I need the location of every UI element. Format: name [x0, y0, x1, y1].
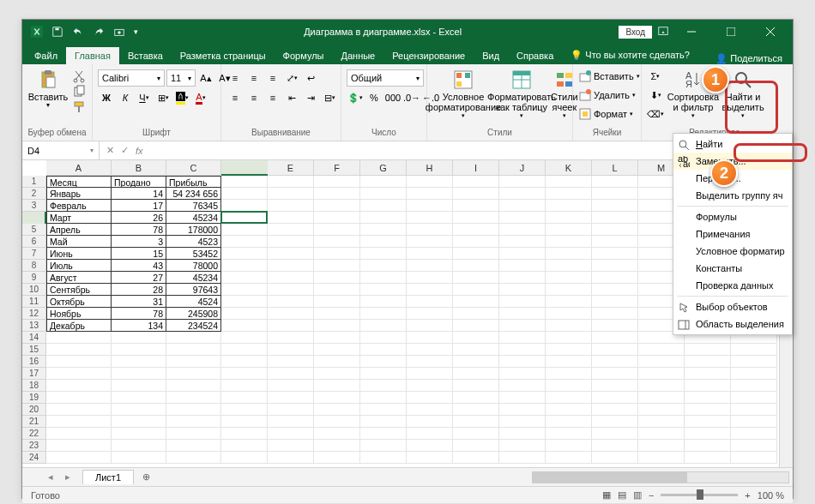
cell[interactable]	[546, 296, 592, 308]
cell[interactable]: Месяц	[46, 176, 112, 188]
cell[interactable]	[314, 176, 360, 188]
cell[interactable]: Август	[46, 272, 112, 284]
cell[interactable]	[499, 200, 546, 212]
cell[interactable]	[268, 296, 314, 308]
cell[interactable]: Прибыль	[166, 176, 221, 188]
cell[interactable]	[499, 332, 546, 344]
font-size-combo[interactable]: 11 ▾	[166, 69, 196, 87]
cell[interactable]	[314, 212, 360, 224]
find-select-button[interactable]: Найти и выделить▾	[721, 66, 765, 123]
row-header[interactable]: 3	[22, 200, 45, 212]
zoom-level[interactable]: 100 %	[758, 490, 784, 501]
cell[interactable]	[112, 380, 166, 392]
cell[interactable]	[731, 368, 777, 380]
cell[interactable]	[685, 344, 731, 356]
tab-help[interactable]: Справка	[508, 47, 562, 64]
font-name-combo[interactable]: Calibri ▾	[98, 69, 165, 87]
save-icon[interactable]	[51, 26, 63, 38]
cell[interactable]	[221, 296, 268, 308]
cell[interactable]	[268, 356, 314, 368]
cell[interactable]	[592, 248, 638, 260]
cell[interactable]	[638, 452, 685, 464]
cell[interactable]	[221, 452, 268, 464]
row-header[interactable]: 2	[22, 188, 45, 200]
bold-button[interactable]: Ж	[98, 89, 115, 106]
cell[interactable]	[453, 356, 499, 368]
cell[interactable]	[407, 296, 453, 308]
cell[interactable]	[46, 332, 112, 344]
align-left-icon[interactable]: ≡	[226, 89, 244, 106]
cell[interactable]	[592, 452, 638, 464]
cell[interactable]	[731, 416, 777, 428]
cell[interactable]	[112, 356, 166, 368]
cell[interactable]	[499, 296, 546, 308]
cell[interactable]	[499, 344, 546, 356]
cell[interactable]	[221, 284, 268, 296]
cell[interactable]: Июль	[46, 260, 112, 272]
cell[interactable]	[407, 392, 453, 404]
cell[interactable]	[453, 224, 499, 236]
cell[interactable]	[221, 272, 268, 284]
cell[interactable]	[453, 260, 499, 272]
cell[interactable]	[360, 320, 407, 332]
cell[interactable]	[360, 428, 407, 440]
border-button[interactable]: ⊞▾	[154, 89, 172, 106]
cell[interactable]	[499, 248, 546, 260]
cell[interactable]	[360, 296, 407, 308]
cell[interactable]	[46, 392, 112, 404]
name-box[interactable]: D4▾	[22, 141, 100, 159]
cell[interactable]	[268, 344, 314, 356]
tab-file[interactable]: Файл	[26, 47, 66, 64]
cell[interactable]	[638, 416, 685, 428]
menu-selection-pane[interactable]: Область выделения	[673, 315, 792, 333]
cell[interactable]	[638, 392, 685, 404]
cell[interactable]	[685, 440, 731, 452]
cell[interactable]	[731, 452, 777, 464]
cell[interactable]: Март	[46, 212, 112, 224]
zoom-out-button[interactable]: −	[649, 490, 654, 501]
cell[interactable]	[112, 332, 166, 344]
sheet-tab[interactable]: Лист1	[82, 470, 134, 484]
cell[interactable]	[453, 200, 499, 212]
cell[interactable]: 245908	[166, 308, 221, 320]
cell[interactable]	[268, 428, 314, 440]
tab-formulas[interactable]: Формулы	[275, 47, 333, 64]
cell[interactable]: 17	[112, 200, 166, 212]
cell[interactable]	[499, 404, 546, 416]
cell[interactable]	[221, 428, 268, 440]
zoom-in-button[interactable]: +	[745, 490, 750, 501]
cell[interactable]	[314, 308, 360, 320]
fx-icon[interactable]: fx	[136, 146, 143, 156]
cell[interactable]	[592, 404, 638, 416]
cell[interactable]	[46, 344, 112, 356]
cell[interactable]	[112, 428, 166, 440]
menu-constants[interactable]: Константы	[673, 260, 792, 277]
cell[interactable]	[221, 440, 268, 452]
row-header[interactable]: 11	[22, 296, 45, 308]
cell[interactable]	[314, 332, 360, 344]
align-bottom-icon[interactable]: ≡	[264, 69, 281, 87]
cell[interactable]	[314, 200, 360, 212]
cell[interactable]: 134	[112, 320, 166, 332]
cell[interactable]	[407, 356, 453, 368]
row-header[interactable]: 17	[22, 368, 45, 380]
view-break-icon[interactable]: ▥	[633, 489, 642, 501]
row-header[interactable]: 10	[22, 284, 45, 296]
cell[interactable]	[46, 416, 112, 428]
underline-button[interactable]: Ч▾	[136, 89, 153, 106]
cell[interactable]	[453, 308, 499, 320]
cell[interactable]: 76345	[166, 200, 221, 212]
cell[interactable]	[453, 392, 499, 404]
cell[interactable]	[638, 404, 685, 416]
cell[interactable]	[453, 188, 499, 200]
cell[interactable]	[546, 452, 592, 464]
row-header[interactable]: 14	[22, 332, 45, 344]
menu-validation[interactable]: Проверка данных	[673, 277, 792, 294]
row-header[interactable]: 22	[22, 428, 45, 440]
cell[interactable]	[546, 224, 592, 236]
cell[interactable]	[221, 416, 268, 428]
cell[interactable]: 234524	[166, 320, 221, 332]
cell[interactable]	[499, 272, 546, 284]
col-header-K[interactable]: K	[546, 160, 592, 175]
cell[interactable]	[731, 380, 777, 392]
